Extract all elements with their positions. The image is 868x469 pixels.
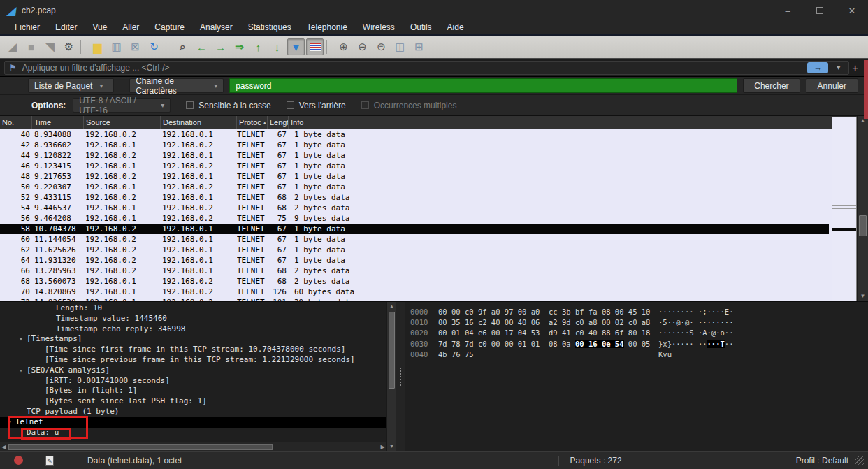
- detail-tree-row[interactable]: [Bytes in flight: 1]: [0, 386, 386, 396]
- add-filter-button[interactable]: +: [849, 62, 864, 73]
- expand-arrow-icon[interactable]: ▾: [4, 417, 15, 428]
- column-header-protocol[interactable]: Protoc ▴: [237, 116, 268, 129]
- packet-row[interactable]: 42 8.936602 192.168.0.1 192.168.0.2 TELN…: [0, 140, 829, 150]
- save-file-icon[interactable]: ▥: [108, 38, 125, 55]
- menu-item[interactable]: Aide: [440, 22, 472, 32]
- menu-item[interactable]: Editer: [48, 22, 85, 32]
- menu-item[interactable]: Aller: [115, 22, 147, 32]
- column-header-source[interactable]: Source: [84, 116, 161, 129]
- column-header-time[interactable]: Time: [32, 116, 84, 129]
- expand-arrow-icon[interactable]: ▾: [15, 334, 27, 345]
- packet-row[interactable]: 70 14.820869 192.168.0.1 192.168.0.2 TEL…: [0, 287, 829, 297]
- menu-item[interactable]: Capture: [147, 22, 192, 32]
- packet-row[interactable]: 52 9.433115 192.168.0.2 192.168.0.1 TELN…: [0, 192, 829, 203]
- scroll-left-icon[interactable]: ◀: [0, 442, 8, 451]
- expand-arrow-icon[interactable]: ▾: [15, 366, 27, 376]
- detail-tree-row[interactable]: ▾Telnet: [0, 417, 386, 428]
- go-last-packet-icon[interactable]: ↓: [268, 38, 286, 55]
- go-first-packet-icon[interactable]: ↑: [249, 38, 267, 55]
- hex-row[interactable]: 002000 01 04 e6 00 17 04 53 d9 41 c0 40 …: [410, 328, 868, 338]
- profile-status[interactable]: Profil : Default: [786, 456, 864, 466]
- hex-row[interactable]: 000000 00 c0 9f a0 97 00 a0 cc 3b bf fa …: [410, 307, 868, 317]
- packet-row[interactable]: 58 10.704378 192.168.0.2 192.168.0.1 TEL…: [0, 224, 829, 234]
- capture-comment-icon[interactable]: ✎: [45, 456, 54, 466]
- pane-splitter-vertical[interactable]: [396, 302, 405, 451]
- resize-columns-icon[interactable]: ◫: [391, 38, 409, 55]
- menu-item[interactable]: Wireless: [355, 22, 403, 32]
- hex-row[interactable]: 00307d 78 7d c0 00 00 01 01 08 0a 00 16 …: [410, 339, 868, 349]
- packet-row[interactable]: 60 11.144054 192.168.0.2 192.168.0.1 TEL…: [0, 234, 829, 245]
- checkbox[interactable]: [361, 101, 369, 109]
- packet-row[interactable]: 54 9.446537 192.168.0.1 192.168.0.2 TELN…: [0, 203, 829, 213]
- menu-item[interactable]: Analyser: [192, 22, 240, 32]
- checkbox[interactable]: [186, 101, 194, 109]
- find-button[interactable]: Chercher: [743, 78, 800, 93]
- menu-item[interactable]: Telephonie: [299, 22, 355, 32]
- charset-dropdown[interactable]: UTF-8 / ASCII / UTF-16 ▾: [73, 98, 171, 113]
- scroll-right-icon[interactable]: ▶: [379, 442, 386, 451]
- packet-row[interactable]: 44 9.120822 192.168.0.2 192.168.0.1 TELN…: [0, 150, 829, 161]
- packet-row[interactable]: 50 9.220307 192.168.0.1 192.168.0.2 TELN…: [0, 182, 829, 192]
- packet-row[interactable]: 62 11.625626 192.168.0.2 192.168.0.1 TEL…: [0, 245, 829, 255]
- column-header-destination[interactable]: Destination: [161, 116, 237, 129]
- colorize-icon[interactable]: [306, 38, 324, 55]
- detail-tree-row[interactable]: Length: 10: [0, 303, 386, 314]
- detail-tree-row[interactable]: Timestamp echo reply: 346998: [0, 324, 386, 335]
- menu-item[interactable]: Statistiques: [240, 22, 299, 32]
- scroll-down-icon[interactable]: ▼: [858, 291, 868, 301]
- close-file-icon[interactable]: ⊠: [126, 38, 144, 55]
- checkbox[interactable]: [287, 101, 294, 109]
- packet-row[interactable]: 72 14.826538 192.168.0.1 192.168.0.2 TEL…: [0, 297, 829, 301]
- search-scope-dropdown[interactable]: Liste de Paquet ▾: [28, 78, 114, 93]
- column-header-length[interactable]: Length: [268, 116, 289, 129]
- search-query-input[interactable]: [229, 78, 737, 93]
- search-type-dropdown[interactable]: Chaine de Caractères ▾: [129, 78, 224, 93]
- reload-icon[interactable]: ↻: [145, 38, 163, 55]
- detail-tree-row[interactable]: ▾[Timestamps]: [0, 334, 386, 345]
- scrollbar-thumb[interactable]: [8, 444, 273, 450]
- expert-info-icon[interactable]: [14, 456, 23, 465]
- scroll-down-icon[interactable]: ▼: [387, 442, 396, 451]
- packet-row[interactable]: 66 13.285963 192.168.0.2 192.168.0.1 TEL…: [0, 266, 829, 276]
- menu-item[interactable]: Fichier: [7, 22, 48, 32]
- menu-item[interactable]: Vue: [85, 22, 115, 32]
- cancel-button[interactable]: Annuler: [806, 78, 858, 93]
- stop-capture-icon[interactable]: ■: [22, 38, 40, 55]
- start-capture-icon[interactable]: ◢: [3, 38, 21, 55]
- detail-tree-row[interactable]: [iRTT: 0.001741000 seconds]: [0, 376, 386, 387]
- scroll-up-icon[interactable]: ▲: [387, 302, 396, 311]
- scrollbar-thumb[interactable]: [859, 215, 867, 236]
- maximize-button[interactable]: [804, 0, 836, 21]
- filter-dropdown-caret-icon[interactable]: ▾: [832, 64, 844, 71]
- detail-tree-row[interactable]: Data: u: [0, 428, 386, 438]
- go-to-packet-icon[interactable]: ⇒: [231, 38, 248, 55]
- packet-row[interactable]: 46 9.123415 192.168.0.1 192.168.0.2 TELN…: [0, 161, 829, 171]
- packet-row[interactable]: 68 13.560073 192.168.0.1 192.168.0.2 TEL…: [0, 276, 829, 287]
- packet-list-scrollbar[interactable]: ▲ ▼: [857, 116, 868, 301]
- resize-grip-icon[interactable]: [855, 456, 864, 465]
- zoom-reset-icon[interactable]: ⊜: [372, 38, 390, 55]
- apply-filter-button[interactable]: →: [807, 62, 828, 73]
- autoscroll-icon[interactable]: ▼: [287, 38, 305, 55]
- find-packet-icon[interactable]: ⌕: [174, 38, 191, 55]
- packet-row[interactable]: 64 11.931320 192.168.0.2 192.168.0.1 TEL…: [0, 255, 829, 266]
- packet-row[interactable]: 40 8.934088 192.168.0.2 192.168.0.1 TELN…: [0, 129, 829, 140]
- packet-list-minimap[interactable]: [832, 117, 857, 301]
- detail-tree-row[interactable]: [Bytes sent since last PSH flag: 1]: [0, 396, 386, 407]
- detail-vertical-scrollbar[interactable]: ▲ ▼: [386, 302, 396, 451]
- hex-row[interactable]: 001000 35 16 c2 40 00 40 06 a2 9d c0 a8 …: [410, 317, 868, 328]
- zoom-out-icon[interactable]: ⊖: [354, 38, 371, 55]
- detail-horizontal-scrollbar[interactable]: ◀ ▶: [0, 442, 386, 451]
- detail-tree-row[interactable]: TCP payload (1 byte): [0, 407, 386, 417]
- zoom-in-icon[interactable]: ⊕: [335, 38, 352, 55]
- detail-tree-row[interactable]: [Time since first frame in this TCP stre…: [0, 345, 386, 355]
- column-header-no[interactable]: No.: [0, 116, 32, 129]
- packet-row[interactable]: 56 9.464208 192.168.0.1 192.168.0.2 TELN…: [0, 213, 829, 224]
- capture-options-icon[interactable]: ⚙: [60, 38, 78, 55]
- display-filter-field[interactable]: ⚑ → ▾: [4, 61, 849, 75]
- go-forward-icon[interactable]: →: [212, 38, 229, 55]
- menu-item[interactable]: Outils: [403, 22, 440, 32]
- hex-row[interactable]: 00404b 76 75Kvu: [410, 349, 868, 360]
- detail-tree-row[interactable]: ▾[SEQ/ACK analysis]: [0, 366, 386, 376]
- column-header-info[interactable]: Info: [289, 116, 868, 129]
